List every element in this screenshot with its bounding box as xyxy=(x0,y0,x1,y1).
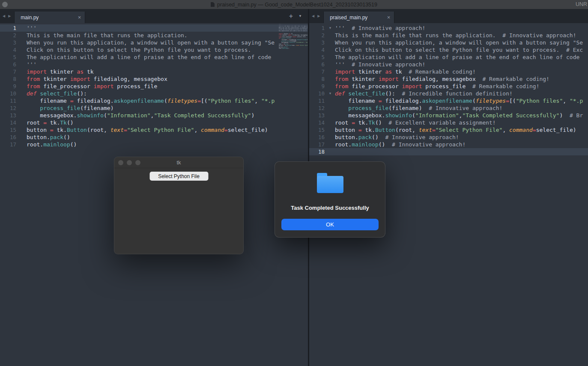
fold-gutter xyxy=(17,46,27,54)
code-line[interactable]: 3When you run this application, a window… xyxy=(309,39,588,46)
code-line[interactable]: 9from file_processor import process_file xyxy=(0,83,308,90)
code-line[interactable]: 12 process_file(filename) xyxy=(0,104,308,112)
code-line[interactable]: 5The application will add a line of prai… xyxy=(0,54,308,61)
tab-main-py[interactable]: main.py × xyxy=(14,12,85,23)
minimap-content: 1'''2This is the main file that runs the… xyxy=(279,24,307,49)
window-close-button[interactable] xyxy=(118,160,123,165)
code-line[interactable]: 2This is the main file that runs the app… xyxy=(309,32,588,39)
fold-gutter xyxy=(17,39,27,46)
line-number: 4 xyxy=(0,46,17,54)
new-tab-button[interactable]: + xyxy=(289,13,293,20)
line-number: 5 xyxy=(0,54,17,61)
code-line[interactable]: 8from tkinter import filedialog, message… xyxy=(309,75,588,83)
code-lines: 1'''2This is the main file that runs the… xyxy=(0,24,308,148)
fold-arrow-icon[interactable]: ▾ xyxy=(325,90,335,97)
code-line[interactable]: 18 xyxy=(309,148,588,155)
code-line[interactable]: 10def select_file(): xyxy=(0,90,308,97)
code-line[interactable]: 3When you run this application, a window… xyxy=(0,39,308,46)
code-line[interactable]: 6''' xyxy=(0,61,308,68)
traffic-light-button[interactable] xyxy=(2,2,8,7)
minimap[interactable]: 1'''2This is the main file that runs the… xyxy=(279,24,307,51)
line-number: 4 xyxy=(309,46,325,54)
tab-scroll-left-icon[interactable]: ◀ xyxy=(312,14,314,18)
code-line[interactable]: 17root.mainloop() xyxy=(279,48,307,49)
code-line[interactable]: 16button.pack() xyxy=(0,134,308,141)
line-number: 11 xyxy=(309,97,325,104)
tab-scroll-right-icon[interactable]: ▶ xyxy=(8,14,11,18)
line-number: 7 xyxy=(0,68,17,75)
code-line[interactable]: 6''' # Innovative approach! xyxy=(309,61,588,68)
tab-label: main.py xyxy=(21,15,39,21)
tab-praised-main-py[interactable]: praised_main.py × xyxy=(323,12,394,23)
code-line[interactable]: 7import tkinter as tk xyxy=(0,68,308,75)
line-number: 9 xyxy=(309,83,325,90)
code-lines: 1▾''' # Innovative approach!2This is the… xyxy=(309,24,588,155)
line-number: 10 xyxy=(0,90,17,97)
fold-gutter xyxy=(17,134,27,141)
window-minimize-button[interactable] xyxy=(127,160,132,165)
screen: praised_main.py — Good_code_ModelBest102… xyxy=(0,0,588,366)
fold-gutter xyxy=(325,104,335,112)
completion-dialog: Task Completed Successfully OK xyxy=(275,161,385,238)
code-line[interactable]: 17root.mainloop() # Innovative approach! xyxy=(309,141,588,148)
code-line[interactable]: 1▾''' # Innovative approach! xyxy=(309,24,588,32)
close-icon[interactable]: × xyxy=(78,14,81,21)
code-line[interactable]: 8from tkinter import filedialog, message… xyxy=(0,75,308,83)
fold-gutter xyxy=(17,75,27,83)
code-line[interactable]: 12 process_file(filename) # Innovative a… xyxy=(309,104,588,112)
line-number: 15 xyxy=(309,126,325,134)
code-line[interactable]: 5The application will add a line of prai… xyxy=(309,54,588,61)
fold-gutter xyxy=(325,141,335,148)
fold-gutter xyxy=(325,97,335,104)
line-number: 8 xyxy=(0,75,17,83)
dialog-message: Task Completed Successfully xyxy=(275,205,385,211)
code-line[interactable]: 15button = tk.Button(root, text="Select … xyxy=(309,126,588,134)
fold-gutter xyxy=(17,119,27,126)
line-number: 17 xyxy=(0,141,17,148)
fold-gutter xyxy=(325,83,335,90)
line-number: 1 xyxy=(309,24,325,32)
code-line[interactable]: 1''' xyxy=(0,24,308,32)
tk-window-title: tk xyxy=(114,157,243,168)
line-number: 5 xyxy=(309,54,325,61)
tab-scroll-left-icon[interactable]: ◀ xyxy=(3,14,5,18)
line-number: 14 xyxy=(0,119,17,126)
code-line[interactable]: 4Click on this button to select the Pyth… xyxy=(309,46,588,54)
fold-gutter xyxy=(325,46,335,54)
code-line[interactable]: 16button.pack() # Innovative approach! xyxy=(309,134,588,141)
select-python-file-button[interactable]: Select Python File xyxy=(149,172,208,181)
fold-gutter xyxy=(325,148,335,155)
close-icon[interactable]: × xyxy=(387,14,391,21)
fold-gutter xyxy=(17,97,27,104)
window-titlebar[interactable]: praised_main.py — Good_code_ModelBest102… xyxy=(0,0,588,9)
tab-label: praised_main.py xyxy=(330,15,367,21)
tab-scroll-right-icon[interactable]: ▶ xyxy=(317,14,320,18)
document-icon xyxy=(211,2,215,7)
code-line[interactable]: 13 messagebox.showinfo("Information","Ta… xyxy=(309,112,588,119)
code-line[interactable]: 4Click on this button to select the Pyth… xyxy=(0,46,308,54)
line-number: 6 xyxy=(0,61,17,68)
line-number: 3 xyxy=(309,39,325,46)
code-line[interactable]: 17root.mainloop() xyxy=(0,141,308,148)
code-line[interactable]: 13 messagebox.showinfo("Information","Ta… xyxy=(0,112,308,119)
code-line[interactable]: 2This is the main file that runs the app… xyxy=(0,32,308,39)
code-line[interactable]: 9from file_processor import process_file… xyxy=(309,83,588,90)
code-line[interactable]: 14root = tk.Tk() # Excellent variable as… xyxy=(309,119,588,126)
code-line[interactable]: 14root = tk.Tk() xyxy=(0,119,308,126)
fold-gutter xyxy=(325,39,335,46)
fold-gutter xyxy=(325,112,335,119)
ok-button[interactable]: OK xyxy=(281,219,379,230)
code-line[interactable]: 15button = tk.Button(root, text="Select … xyxy=(0,126,308,134)
tk-titlebar[interactable]: tk xyxy=(114,157,243,168)
line-number: 2 xyxy=(309,32,325,39)
window-zoom-button[interactable] xyxy=(135,160,140,165)
code-line[interactable]: 11 filename = filedialog.askopenfilename… xyxy=(0,97,308,104)
fold-arrow-icon[interactable]: ▾ xyxy=(325,24,335,32)
code-line[interactable]: 11 filename = filedialog.askopenfilename… xyxy=(309,97,588,104)
fold-gutter xyxy=(325,32,335,39)
code-line[interactable]: 7import tkinter as tk # Remarkable codin… xyxy=(309,68,588,75)
line-number: 18 xyxy=(309,148,325,155)
tab-overflow-button[interactable]: ▼ xyxy=(298,14,302,18)
code-line[interactable]: 10▾def select_file(): # Incredible funct… xyxy=(309,90,588,97)
line-number: 13 xyxy=(0,112,17,119)
